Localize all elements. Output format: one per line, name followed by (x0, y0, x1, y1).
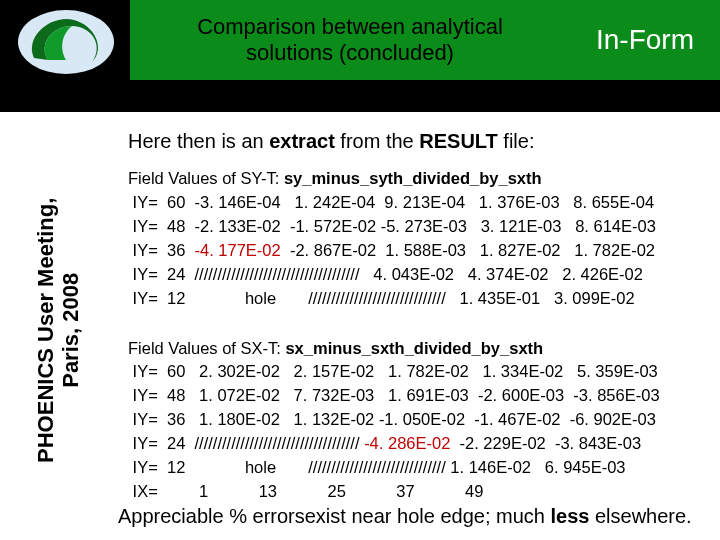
sy-row-36-red: -4. 177E-02 (195, 241, 281, 259)
sy-row-12: IY= 12 hole ////////////////////////////… (128, 289, 635, 307)
sx-row-48: IY= 48 1. 072E-02 7. 732E-03 1. 691E-03 … (128, 386, 660, 404)
sx-row-24-pre: IY= 24 /////////////////////////////////… (128, 434, 364, 452)
sx-row-ix: IX= 1 13 25 37 49 (128, 482, 483, 500)
footer-t2: exist near hole edge; much (305, 505, 551, 527)
sx-head-bold: sx_minus_sxth_divided_by_sxth (285, 339, 543, 357)
sx-row-60: IY= 60 2. 302E-02 2. 157E-02 1. 782E-02 … (128, 362, 658, 380)
sx-block: Field Values of SX-T: sx_minus_sxth_divi… (128, 337, 708, 504)
sx-row-24-red: -4. 286E-02 (364, 434, 450, 452)
sidebar-line-1: PHOENICS User Meeting, (34, 197, 59, 462)
logo (14, 6, 118, 78)
intro-text: Here then is an extract from the RESULT … (128, 130, 708, 153)
sy-head-bold: sy_minus_syth_divided_by_sxth (284, 169, 542, 187)
sx-row-24-post: -2. 229E-02 -3. 843E-03 (450, 434, 641, 452)
sy-row-36-pre: IY= 36 (128, 241, 195, 259)
sy-row-36-post: -2. 867E-02 1. 588E-03 1. 827E-02 1. 782… (281, 241, 655, 259)
footer-t3: elsewhere. (589, 505, 691, 527)
slide-title: Comparison between analytical solutions … (130, 0, 570, 80)
footer-t1: Appreciable % errors (118, 505, 305, 527)
sy-row-48: IY= 48 -2. 133E-02 -1. 572E-02 -5. 273E-… (128, 217, 656, 235)
sy-block: Field Values of SY-T: sy_minus_syth_divi… (128, 167, 708, 311)
title-line-2: solutions (concluded) (246, 40, 454, 66)
sy-row-60: IY= 60 -3. 146E-04 1. 242E-04 9. 213E-04… (128, 193, 654, 211)
sy-head-pre: Field Values of SY-T: (128, 169, 284, 187)
content-area: Here then is an extract from the RESULT … (128, 130, 708, 504)
brand-label: In-Form (570, 0, 720, 80)
intro-bold2: RESULT (419, 130, 498, 152)
footer-bold: less (550, 505, 589, 527)
title-line-1: Comparison between analytical (197, 14, 503, 40)
footer-note: Appreciable % errorsexist near hole edge… (118, 505, 710, 528)
intro-bold1: extract (269, 130, 335, 152)
intro-mid: from the (335, 130, 419, 152)
sy-row-24: IY= 24 /////////////////////////////////… (128, 265, 643, 283)
sx-row-12: IY= 12 hole ////////////////////////////… (128, 458, 626, 476)
intro-pre: Here then is an (128, 130, 269, 152)
intro-post: file: (498, 130, 535, 152)
slide: Comparison between analytical solutions … (0, 0, 720, 540)
sx-row-36: IY= 36 1. 180E-02 1. 132E-02 -1. 050E-02… (128, 410, 656, 428)
sidebar-line-2: Paris, 2008 (59, 273, 84, 388)
header-bar: Comparison between analytical solutions … (130, 0, 720, 80)
sidebar-caption: PHOENICS User Meeting, Paris, 2008 (0, 160, 118, 500)
sx-head-pre: Field Values of SX-T: (128, 339, 285, 357)
